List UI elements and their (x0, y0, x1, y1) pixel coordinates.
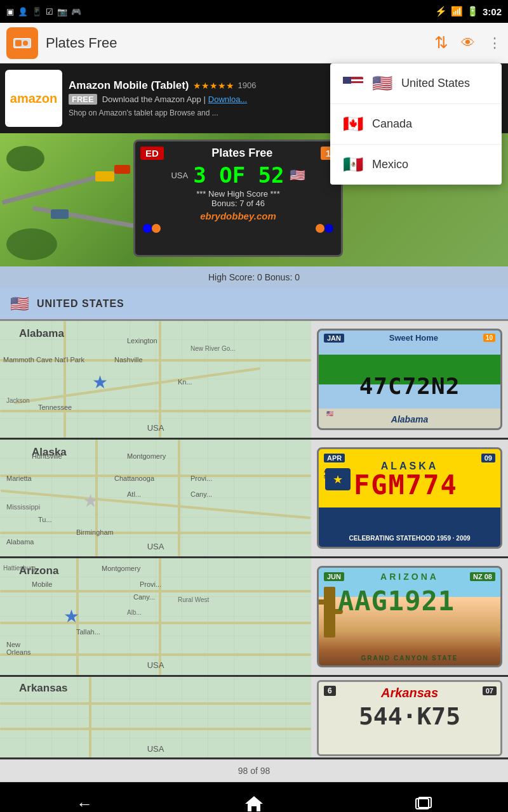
notif-icon-4: ☑ (46, 7, 53, 16)
dropdown-label-ca: Canada (372, 117, 412, 131)
plate-year-arizona: NZ 08 (470, 570, 495, 582)
app-title: Plates Free (46, 35, 427, 51)
back-button[interactable]: ← (59, 788, 110, 812)
state-map-alabama: Alabama ★ USA Nashville Kn... Jackson Le… (0, 321, 311, 438)
section-flag: 🇺🇸 (10, 295, 29, 313)
recents-icon (415, 796, 432, 811)
state-row[interactable]: Alabama ★ USA Nashville Kn... Jackson Le… (0, 321, 508, 440)
eye-icon[interactable]: 👁 (461, 35, 475, 51)
usa-label-alabama: USA (147, 423, 164, 433)
usa-label-arkansas: USA (147, 744, 164, 754)
score-title: Plates Free (211, 147, 272, 160)
plate-alaska: APR 09 ALASKA ★ ALASKA50 FGM774 CELEBRAT… (317, 447, 502, 549)
star-alaska: ★ (83, 490, 98, 511)
usa-label-alaska: USA (147, 542, 164, 551)
map-content-alabama: Alabama ★ USA Nashville Kn... Jackson Le… (0, 321, 311, 438)
plate-header-alabama: JAN Sweet Home 10 (319, 333, 500, 343)
score-main: USA 3 OF 52 🇺🇸 (171, 162, 305, 188)
back-icon: ← (76, 794, 93, 813)
app-icon (6, 27, 38, 59)
plate-number-arkansas: 544·K75 (319, 702, 500, 730)
map-content-arkansas: Arkansas USA (0, 677, 311, 757)
score-usa: USA (171, 171, 188, 180)
plate-state-name-arkansas: Arkansas (319, 686, 500, 700)
plate-number-alabama: 47C72N2 (359, 373, 460, 399)
ad-download-link[interactable]: Downloa... (208, 95, 247, 104)
state-list: Alabama ★ USA Nashville Kn... Jackson Le… (0, 321, 508, 759)
dot-right-orange (316, 224, 324, 233)
svg-marker-4 (245, 796, 263, 811)
plate-year-arkansas: 07 (483, 684, 497, 696)
ad-download-text: Download the Amazon App | (102, 95, 206, 104)
plate-area-arizona: JUN ARIZONA NZ 08 AAG1921 GRAND CANYON S… (311, 558, 508, 675)
plate-bottom-alaska: CELEBRATING STATEHOOD 1959 · 2009 (319, 535, 500, 542)
home-icon (244, 795, 264, 812)
more-options-icon[interactable]: ⋮ (488, 35, 502, 51)
dot-right-blue (324, 224, 333, 233)
state-map-arkansas: Arkansas USA (0, 677, 311, 757)
ad-app-name: Amazon Mobile (Tablet) (69, 79, 189, 92)
plate-number-arizona: AAG1921 (338, 586, 455, 617)
state-row-alaska[interactable]: Alaska ★ USA Huntsville Chattanooga Miss… (0, 440, 508, 558)
battery-icon: 🔋 (467, 6, 479, 17)
plate-month-alabama: JAN (324, 334, 344, 343)
score-brand: ebrydobbey.com (200, 211, 276, 221)
clock: 3:02 (483, 6, 502, 17)
sort-icon[interactable]: ⇅ (434, 33, 448, 53)
app-bar: Plates Free ⇅ 👁 ⋮ (0, 23, 508, 63)
plate-area-arkansas: 6 Arkansas 07 544·K75 (311, 677, 508, 759)
dropdown-item-us[interactable]: 🇺🇸 United States (330, 63, 502, 104)
state-name-alabama: Alabama (19, 327, 64, 340)
plate-area-alabama: JAN Sweet Home 10 47C72N2 Alabama 🇺🇸 (311, 321, 508, 438)
score-bonus: Bonus: 7 of 46 (211, 199, 265, 208)
state-row-arizona[interactable]: Arizona ★ USA Montgomery Provi... Cany..… (0, 558, 508, 677)
ed-badge: ED (140, 147, 164, 160)
app-bar-actions: ⇅ 👁 ⋮ (434, 33, 502, 53)
notif-icon-1: ▣ (6, 7, 14, 16)
us-flag-small: 🇺🇸 (290, 167, 305, 183)
nav-bar: ← (0, 782, 508, 812)
section-header: 🇺🇸 UNITED STATES (0, 288, 508, 321)
plate-state-slogan-alabama: Sweet Home (389, 333, 438, 343)
plate-arkansas: 6 Arkansas 07 544·K75 (317, 680, 502, 756)
plate-alabama: JAN Sweet Home 10 47C72N2 Alabama 🇺🇸 (317, 329, 502, 430)
ad-sub-text: Shop on Amazon's tablet app Browse and .… (69, 108, 218, 117)
status-bar-right: ⚡ 📶 🔋 3:02 (435, 6, 502, 17)
map-content-arizona: Arizona ★ USA Montgomery Provi... Cany..… (0, 558, 311, 675)
dropdown-label-us: United States (401, 77, 470, 90)
plate-area-alaska: APR 09 ALASKA ★ ALASKA50 FGM774 CELEBRAT… (311, 440, 508, 556)
notif-icon-5: 📷 (57, 7, 67, 16)
score-dots (140, 224, 336, 233)
plate-number-alaska: FGM774 (354, 469, 458, 501)
star-arizona: ★ (64, 606, 79, 627)
plate-bottom-alabama: Alabama (391, 414, 428, 424)
notif-icon-2: 👤 (18, 7, 28, 16)
high-score-text: High Score: 0 Bonus: 0 (208, 272, 300, 282)
dot-left-blue (143, 224, 152, 233)
svg-rect-2 (15, 40, 22, 46)
country-dropdown[interactable]: 🇺🇸 United States 🇨🇦 Canada 🇲🇽 Mexico (330, 63, 502, 185)
wifi-icon: 📶 (451, 6, 463, 17)
recents-button[interactable] (398, 788, 449, 812)
plate-bottom-arizona: GRAND CANYON STATE (319, 655, 500, 662)
state-map-arizona: Arizona ★ USA Montgomery Provi... Cany..… (0, 558, 311, 675)
amazon-logo: amazon (5, 70, 62, 127)
dropdown-item-mx[interactable]: 🇲🇽 Mexico (330, 145, 502, 185)
score-card: ED Plates Free 1 USA 3 OF 52 🇺🇸 *** New … (133, 140, 343, 257)
state-name-arkansas: Arkansas (19, 682, 68, 695)
cactus-icon (324, 587, 335, 638)
map-content-alaska: Alaska ★ USA Huntsville Chattanooga Miss… (0, 440, 311, 556)
section-title: UNITED STATES (37, 298, 124, 310)
bluetooth-icon: ⚡ (435, 6, 447, 17)
state-row-arkansas[interactable]: Arkansas USA 6 Arkansas 07 544·K75 (0, 677, 508, 759)
score-new-high: *** New High Score *** (196, 189, 280, 199)
ad-count: 1906 (238, 81, 257, 90)
ad-stars: ★★★★★ (193, 81, 234, 91)
dot-left-orange (152, 224, 161, 233)
high-score-bar: High Score: 0 Bonus: 0 (0, 266, 508, 288)
home-button[interactable] (229, 788, 279, 812)
dropdown-item-ca[interactable]: 🇨🇦 Canada (330, 104, 502, 145)
status-bar: ▣ 👤 📱 ☑ 📷 🎮 ⚡ 📶 🔋 3:02 (0, 0, 508, 23)
dropdown-label-mx: Mexico (372, 158, 408, 171)
svg-point-3 (23, 41, 28, 46)
